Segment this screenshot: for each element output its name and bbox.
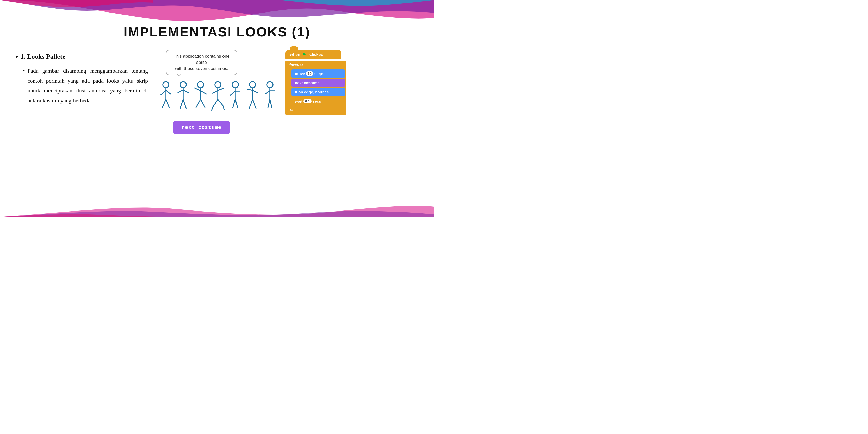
svg-line-36 <box>249 99 253 109</box>
stick-figure-3 <box>193 80 208 113</box>
svg-line-17 <box>200 99 205 108</box>
stick-figure-2 <box>176 80 191 113</box>
page-title: IMPLEMENTASI LOOKS (1) <box>0 24 434 39</box>
sub-bullet-text: Pada gambar disamping menggambarkan tent… <box>28 66 148 105</box>
svg-line-9 <box>183 90 189 93</box>
svg-line-11 <box>183 99 186 109</box>
block-if-edge: if on edge, bounce <box>291 88 345 96</box>
block-clicked-label: clicked <box>309 52 323 57</box>
forever-label: forever <box>285 61 346 69</box>
svg-line-34 <box>247 89 253 90</box>
block-wait: wait 0.1 secs <box>291 97 345 105</box>
flag-icon <box>303 53 307 56</box>
stick-figure-6 <box>245 80 260 113</box>
block-move: move 10 steps <box>291 69 345 78</box>
corner-arrow: ↩ <box>285 106 346 115</box>
sub-bullet: • Pada gambar disamping menggambarkan te… <box>15 66 148 105</box>
svg-line-14 <box>194 88 200 91</box>
figures-row <box>158 80 278 113</box>
secs-label: secs <box>313 99 321 103</box>
move-number: 10 <box>306 71 313 76</box>
stick-figure-5 <box>227 80 243 113</box>
svg-line-20 <box>212 90 218 93</box>
svg-line-23 <box>218 99 223 105</box>
stick-figure-7 <box>262 80 278 113</box>
svg-line-10 <box>180 99 183 109</box>
if-edge-label: if on edge, bounce <box>295 90 329 94</box>
wait-label: wait <box>295 99 302 103</box>
svg-point-18 <box>215 82 221 88</box>
svg-line-25 <box>212 107 213 111</box>
stick-figure-1 <box>158 80 174 113</box>
svg-line-30 <box>233 99 235 108</box>
svg-line-22 <box>213 99 218 107</box>
image-column: This application contains one sprite wit… <box>158 50 419 134</box>
svg-line-24 <box>223 105 224 110</box>
scratch-scene: This application contains one sprite wit… <box>158 50 419 134</box>
svg-line-28 <box>230 91 235 95</box>
svg-line-16 <box>196 99 200 108</box>
svg-point-32 <box>250 82 256 88</box>
stick-figure-4 <box>210 80 225 113</box>
svg-line-15 <box>200 91 207 94</box>
svg-line-4 <box>162 99 166 108</box>
svg-point-26 <box>232 82 238 88</box>
sub-bullet-dot: • <box>23 67 25 74</box>
svg-line-43 <box>270 99 272 108</box>
svg-line-8 <box>178 90 183 93</box>
body-layout: 1. Looks Pallete • Pada gambar disamping… <box>0 50 434 134</box>
forever-block: forever move 10 steps next costume <box>285 61 346 115</box>
main-content: IMPLEMENTASI LOOKS (1) 1. Looks Pallete … <box>0 0 434 217</box>
svg-line-42 <box>268 99 270 108</box>
speech-line1: This application contains one sprite <box>174 54 229 65</box>
script-panel: when clicked forever move 10 steps <box>285 50 346 115</box>
move-label: move <box>295 71 305 76</box>
svg-line-5 <box>166 99 170 108</box>
svg-line-31 <box>235 99 238 108</box>
svg-point-38 <box>267 82 273 88</box>
svg-line-21 <box>218 88 223 90</box>
stage-area: This application contains one sprite wit… <box>158 50 278 134</box>
block-next-costume-script: next costume <box>291 79 345 87</box>
svg-point-0 <box>163 82 169 88</box>
block-when-label: when <box>290 52 300 57</box>
text-column: 1. Looks Pallete • Pada gambar disamping… <box>15 50 148 134</box>
speech-bubble: This application contains one sprite wit… <box>166 50 237 75</box>
svg-line-35 <box>253 90 258 93</box>
svg-line-2 <box>161 90 166 95</box>
svg-point-12 <box>197 82 204 88</box>
next-costume-button[interactable]: next costume <box>174 121 229 134</box>
svg-line-3 <box>166 90 171 94</box>
svg-line-40 <box>265 91 270 94</box>
steps-label: steps <box>314 71 324 76</box>
next-costume-script-label: next costume <box>295 81 320 85</box>
svg-point-6 <box>180 82 186 88</box>
svg-line-37 <box>253 99 256 109</box>
section-header: 1. Looks Pallete <box>15 52 148 61</box>
wait-number: 0.1 <box>303 99 312 103</box>
speech-line2: with these seven costumes. <box>175 66 228 71</box>
